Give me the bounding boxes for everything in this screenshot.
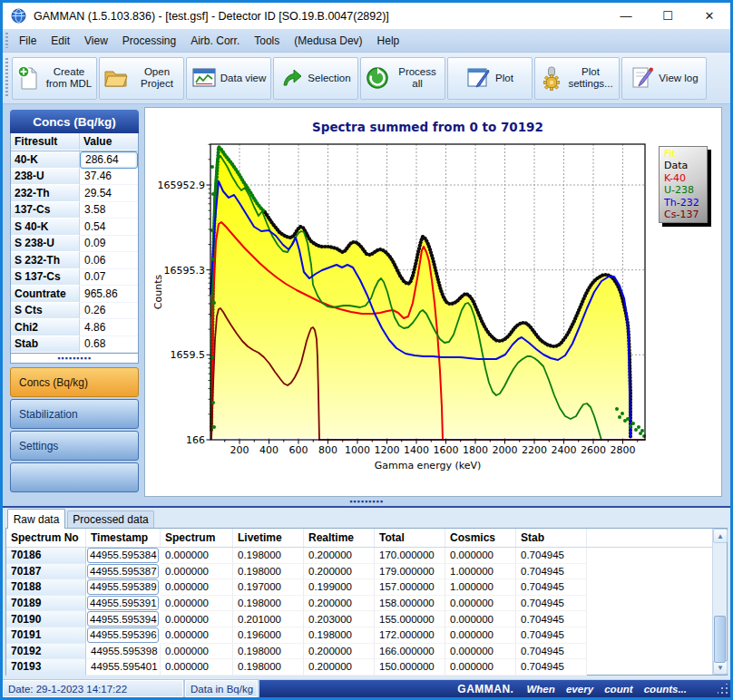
cell-timestamp[interactable]: 44955.595384	[87, 548, 159, 563]
scrollbar-thumb[interactable]	[714, 616, 726, 663]
cell-value: 172.000000	[375, 627, 445, 644]
table-row[interactable]: 7018644955.5953840.0000000.1980000.20000…	[6, 548, 727, 564]
sidebar-item-empty[interactable]	[10, 462, 139, 492]
fit-result-label: Chi2	[11, 319, 80, 336]
fit-result-value[interactable]: 0.26	[80, 303, 138, 320]
tab-raw-data[interactable]: Raw data	[7, 509, 65, 529]
svg-text:2000: 2000	[493, 444, 518, 456]
plot-button[interactable]: Plot	[447, 57, 533, 100]
cell-value: 0.000000	[445, 548, 516, 564]
cell-timestamp[interactable]: 44955.595391	[87, 596, 159, 611]
fit-result-value[interactable]: 0.09	[80, 236, 138, 253]
table-row[interactable]: 7018944955.5953910.0000000.1980000.20000…	[6, 596, 727, 612]
legend-entry-k-40: K-40	[664, 172, 707, 184]
view-log-button[interactable]: View log	[621, 57, 707, 100]
fit-results-table: Fitresult Value 40-K286.64238-U37.46232-…	[10, 133, 139, 354]
cell-spectrum-no: 70190	[6, 611, 86, 627]
sidebar-item-settings[interactable]: Settings	[10, 431, 139, 461]
cell-value: 0.000000	[445, 644, 516, 660]
column-header-livetime[interactable]: Livetime	[233, 529, 304, 547]
column-header-total[interactable]: Total	[375, 529, 445, 547]
tab-processed-data[interactable]: Processed data	[67, 510, 154, 528]
panel-splitter[interactable]: ▪▪▪▪▪▪▪▪▪	[10, 354, 139, 364]
column-header-cosmics[interactable]: Cosmics	[445, 529, 516, 547]
table-row[interactable]: 7018744955.5953870.0000000.1980000.20000…	[6, 564, 727, 580]
column-header-realtime[interactable]: Realtime	[304, 529, 375, 547]
fit-result-value[interactable]: 4.86	[80, 319, 138, 336]
table-row[interactable]: 7019344955.5954010.0000000.1980000.20000…	[6, 659, 727, 676]
cell-value: 0.704945	[516, 596, 587, 612]
svg-text:Counts: Counts	[152, 275, 164, 310]
menu-item-edit[interactable]: Edit	[44, 32, 77, 50]
cell-spectrum-no: 70191	[6, 627, 86, 644]
menu-item-processing[interactable]: Processing	[115, 32, 183, 50]
fit-result-value[interactable]: 0.06	[80, 252, 138, 269]
svg-text:1600: 1600	[434, 444, 459, 456]
fit-result-value[interactable]: 286.64	[80, 151, 138, 169]
cell-timestamp[interactable]: 44955.595394	[87, 611, 159, 627]
scroll-up-icon[interactable]: ▲	[713, 529, 728, 543]
cell-timestamp[interactable]: 44955.595398	[86, 644, 161, 660]
close-button[interactable]: ✕	[689, 3, 730, 29]
horizontal-splitter[interactable]: ▪▪▪▪▪▪▪▪▪	[3, 497, 730, 508]
table-row[interactable]: 7019244955.5953980.0000000.1980000.20000…	[6, 644, 727, 660]
fit-result-label: S 137-Cs	[11, 269, 80, 287]
app-logo-icon	[11, 8, 26, 24]
svg-text:166: 166	[186, 434, 205, 446]
cell-value: 157.000000	[375, 579, 445, 596]
table-row[interactable]: 7018844955.5953890.0000000.1970000.19900…	[6, 579, 727, 596]
menu-item-view[interactable]: View	[77, 32, 115, 50]
column-header-fitresult: Fitresult	[11, 133, 80, 151]
fit-result-row: Chi24.86	[11, 319, 138, 336]
selection-button[interactable]: Selection	[273, 57, 358, 100]
spectrum-chart-panel: Spectra summed from 0 to 70192CountsGamm…	[144, 107, 722, 497]
maximize-button[interactable]: ☐	[647, 3, 689, 29]
fit-result-value[interactable]: 0.07	[80, 269, 138, 287]
menu-item-tools[interactable]: Tools	[247, 32, 287, 50]
cell-timestamp[interactable]: 44955.595389	[87, 579, 159, 595]
cell-timestamp[interactable]: 44955.595396	[87, 627, 159, 643]
chart-legend: FitDataK-40U-238Th-232Cs-137	[659, 146, 708, 223]
fit-result-value[interactable]: 965.86	[80, 286, 138, 303]
open-project-button[interactable]: Open Project	[99, 57, 184, 100]
toolbar-grip[interactable]	[5, 58, 8, 99]
spectrum-chart[interactable]: Spectra summed from 0 to 70192CountsGamm…	[145, 108, 723, 498]
toolbar-grip[interactable]	[5, 33, 8, 49]
plot-settings-button[interactable]: Plot settings...	[534, 57, 620, 100]
minimize-button[interactable]: —	[605, 3, 647, 29]
green-arrow-icon	[280, 66, 304, 90]
cell-timestamp[interactable]: 44955.595401	[86, 659, 161, 676]
sidebar-item-concs-bq-kg[interactable]: Concs (Bq/kg)	[10, 367, 139, 397]
fit-result-value[interactable]: 0.54	[80, 219, 138, 236]
fit-result-value[interactable]: 0.68	[80, 336, 138, 354]
fit-result-value[interactable]: 3.58	[80, 202, 138, 219]
column-header-spectrum[interactable]: Spectrum	[161, 529, 233, 547]
svg-text:1000: 1000	[345, 444, 370, 456]
table-row[interactable]: 7019144955.5953960.0000000.1960000.19800…	[6, 627, 727, 644]
svg-text:600: 600	[289, 444, 308, 456]
create-from-mdl-button[interactable]: Create from MDL	[12, 57, 97, 100]
table-row[interactable]: 7019044955.5953940.0000000.2010000.20300…	[6, 611, 727, 627]
data-view-button[interactable]: Data view	[186, 57, 271, 100]
column-header-timestamp[interactable]: Timestamp	[86, 529, 161, 547]
fit-result-value[interactable]: 29.54	[80, 185, 138, 202]
menu-item-help[interactable]: Help	[370, 32, 407, 50]
menu-item-file[interactable]: File	[12, 32, 44, 50]
process-all-button[interactable]: Process all	[360, 57, 445, 100]
column-header-spectrum-no[interactable]: Spectrum No	[6, 529, 86, 547]
brand-name: GAMMAN.	[457, 683, 513, 695]
sidebar-item-stabilization[interactable]: Stabilization	[10, 399, 139, 429]
svg-text:200: 200	[230, 444, 249, 456]
menu-item-medusa-dev[interactable]: (Medusa Dev)	[287, 32, 369, 50]
fit-result-value[interactable]: 37.46	[80, 169, 138, 186]
fit-result-row: S 232-Th0.06	[11, 252, 138, 269]
cell-timestamp[interactable]: 44955.595387	[87, 564, 159, 579]
vertical-scrollbar[interactable]: ▲ ▼	[712, 529, 727, 675]
cell-value: 155.000000	[375, 611, 445, 627]
fit-result-label: S 238-U	[11, 236, 80, 253]
resize-grip-icon[interactable]	[718, 684, 728, 695]
column-header-stab[interactable]: Stab	[516, 529, 587, 547]
cell-value: 170.000000	[375, 548, 445, 564]
menu-item-airb-corr[interactable]: Airb. Corr.	[183, 32, 247, 50]
cell-value: 0.000000	[161, 596, 233, 612]
